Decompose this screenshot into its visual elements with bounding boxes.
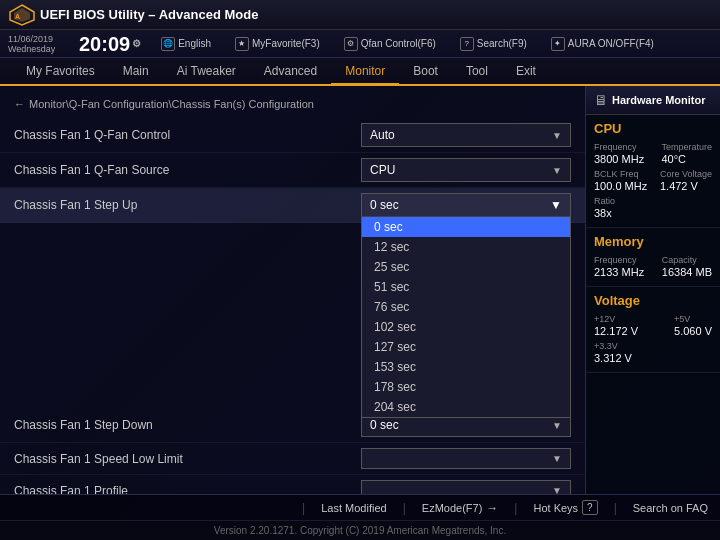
chassis-fan1-qfan-control-value: Auto ▼ bbox=[361, 123, 571, 147]
dropdown-value: CPU bbox=[370, 163, 395, 177]
cpu-corevolt-col: Core Voltage 1.472 V bbox=[660, 169, 712, 192]
option-0sec[interactable]: 0 sec bbox=[362, 217, 570, 237]
chassis-fan1-qfan-source-dropdown[interactable]: CPU ▼ bbox=[361, 158, 571, 182]
cpu-bclk-value: 100.0 MHz bbox=[594, 180, 647, 192]
option-76sec[interactable]: 76 sec bbox=[362, 297, 570, 317]
dropdown-arrow-icon: ▼ bbox=[552, 420, 562, 431]
hotkeys-btn[interactable]: Hot Keys ? bbox=[533, 500, 597, 515]
memory-freq-value: 2133 MHz bbox=[594, 266, 644, 278]
cpu-ratio-row: Ratio 38x bbox=[594, 196, 712, 219]
v5-value: 5.060 V bbox=[674, 325, 712, 337]
voltage-12-5-row: +12V 12.172 V +5V 5.060 V bbox=[594, 314, 712, 337]
cpu-temp-value: 40°C bbox=[661, 153, 712, 165]
nav-boot[interactable]: Boot bbox=[399, 58, 452, 86]
chassis-fan1-profile-dropdown[interactable]: ▼ bbox=[361, 480, 571, 494]
aura-icon: ✦ bbox=[551, 37, 565, 51]
nav-my-favorites[interactable]: My Favorites bbox=[12, 58, 109, 86]
memory-freq-col: Frequency 2133 MHz bbox=[594, 255, 644, 278]
dropdown-open-value: 0 sec bbox=[370, 198, 399, 212]
chassis-fan1-speed-low-dropdown[interactable]: ▼ bbox=[361, 448, 571, 469]
cpu-bclk-label: BCLK Freq bbox=[594, 169, 647, 179]
option-178sec[interactable]: 178 sec bbox=[362, 377, 570, 397]
v5-label: +5V bbox=[674, 314, 712, 324]
nav-advanced[interactable]: Advanced bbox=[250, 58, 331, 86]
chassis-fan1-qfan-source-label: Chassis Fan 1 Q-Fan Source bbox=[14, 163, 361, 177]
datetime-bar: 11/06/2019 Wednesday 20:09 ⚙ 🌐 English ★… bbox=[0, 30, 720, 58]
ezmode-btn[interactable]: EzMode(F7) → bbox=[422, 501, 499, 515]
cpu-bclk-col: BCLK Freq 100.0 MHz bbox=[594, 169, 647, 192]
myfavorites-btn[interactable]: ★ MyFavorite(F3) bbox=[231, 35, 324, 53]
nav-monitor[interactable]: Monitor bbox=[331, 58, 399, 86]
dropdown-arrow-icon: ▼ bbox=[552, 485, 562, 494]
dropdown-value: 0 sec bbox=[370, 418, 399, 432]
aura-btn[interactable]: ✦ AURA ON/OFF(F4) bbox=[547, 35, 658, 53]
footer-bar: Version 2.20.1271. Copyright (C) 2019 Am… bbox=[0, 520, 720, 540]
last-modified-btn[interactable]: Last Modified bbox=[321, 502, 386, 514]
dropdown-open-arrow-icon: ▼ bbox=[550, 198, 562, 212]
qfan-btn[interactable]: ⚙ Qfan Control(F6) bbox=[340, 35, 440, 53]
voltage-33-row: +3.3V 3.312 V bbox=[594, 341, 712, 364]
datetime-area: 11/06/2019 Wednesday bbox=[8, 34, 73, 54]
english-btn[interactable]: 🌐 English bbox=[157, 35, 215, 53]
cpu-temp-label: Temperature bbox=[661, 142, 712, 152]
chassis-fan1-profile-label: Chassis Fan 1 Profile bbox=[14, 484, 361, 495]
back-arrow-icon[interactable]: ← bbox=[14, 98, 25, 110]
hardware-monitor-panel: 🖥 Hardware Monitor CPU Frequency 3800 MH… bbox=[585, 86, 720, 494]
memory-freq-label: Frequency bbox=[594, 255, 644, 265]
memory-cap-value: 16384 MB bbox=[662, 266, 712, 278]
chassis-fan1-step-down-label: Chassis Fan 1 Step Down bbox=[14, 418, 361, 432]
search-faq-btn[interactable]: Search on FAQ bbox=[633, 502, 708, 514]
myfavorites-label: MyFavorite(F3) bbox=[252, 38, 320, 49]
cpu-freq-value: 3800 MHz bbox=[594, 153, 644, 165]
fan-icon: ⚙ bbox=[344, 37, 358, 51]
option-102sec[interactable]: 102 sec bbox=[362, 317, 570, 337]
cpu-freq-temp-row: Frequency 3800 MHz Temperature 40°C bbox=[594, 142, 712, 165]
nav-main[interactable]: Main bbox=[109, 58, 163, 86]
separator4: | bbox=[614, 501, 617, 515]
search-label: Search(F9) bbox=[477, 38, 527, 49]
row-chassis-fan1-qfan-control: Chassis Fan 1 Q-Fan Control Auto ▼ bbox=[0, 118, 585, 153]
cpu-freq-col: Frequency 3800 MHz bbox=[594, 142, 644, 165]
dropdown-arrow-icon: ▼ bbox=[552, 130, 562, 141]
memory-cap-label: Capacity bbox=[662, 255, 712, 265]
option-127sec[interactable]: 127 sec bbox=[362, 337, 570, 357]
v33-value: 3.312 V bbox=[594, 352, 632, 364]
hw-monitor-header: 🖥 Hardware Monitor bbox=[586, 86, 720, 115]
cpu-freq-label: Frequency bbox=[594, 142, 644, 152]
separator2: | bbox=[403, 501, 406, 515]
v12-value: 12.172 V bbox=[594, 325, 638, 337]
dropdown-open-header: 0 sec ▼ bbox=[362, 194, 570, 217]
option-25sec[interactable]: 25 sec bbox=[362, 257, 570, 277]
option-12sec[interactable]: 12 sec bbox=[362, 237, 570, 257]
step-up-dropdown-open[interactable]: 0 sec ▼ 0 sec 12 sec 25 sec 51 sec 76 se… bbox=[361, 193, 571, 418]
breadcrumb: ← Monitor\Q-Fan Configuration\Chassis Fa… bbox=[0, 94, 585, 118]
cpu-section: CPU Frequency 3800 MHz Temperature 40°C … bbox=[586, 115, 720, 228]
last-modified-label: Last Modified bbox=[321, 502, 386, 514]
time-value: 20:09 bbox=[79, 34, 130, 54]
bottom-bar: | Last Modified | EzMode(F7) → | Hot Key… bbox=[0, 494, 720, 520]
ezmode-arrow-icon: → bbox=[486, 501, 498, 515]
option-51sec[interactable]: 51 sec bbox=[362, 277, 570, 297]
separator1: | bbox=[302, 501, 305, 515]
memory-freq-cap-row: Frequency 2133 MHz Capacity 16384 MB bbox=[594, 255, 712, 278]
memory-cap-col: Capacity 16384 MB bbox=[662, 255, 712, 278]
chassis-fan1-qfan-control-dropdown[interactable]: Auto ▼ bbox=[361, 123, 571, 147]
main-panel: ← Monitor\Q-Fan Configuration\Chassis Fa… bbox=[0, 86, 585, 494]
nav-exit[interactable]: Exit bbox=[502, 58, 550, 86]
cpu-temp-col: Temperature 40°C bbox=[661, 142, 712, 165]
nav-ai-tweaker[interactable]: Ai Tweaker bbox=[163, 58, 250, 86]
breadcrumb-text: Monitor\Q-Fan Configuration\Chassis Fan(… bbox=[29, 98, 314, 110]
favorites-icon: ★ bbox=[235, 37, 249, 51]
search-btn[interactable]: ? Search(F9) bbox=[456, 35, 531, 53]
option-153sec[interactable]: 153 sec bbox=[362, 357, 570, 377]
chassis-fan1-qfan-control-label: Chassis Fan 1 Q-Fan Control bbox=[14, 128, 361, 142]
language-icon: 🌐 bbox=[161, 37, 175, 51]
cpu-title: CPU bbox=[594, 121, 712, 136]
nav-tool[interactable]: Tool bbox=[452, 58, 502, 86]
cpu-corevolt-label: Core Voltage bbox=[660, 169, 712, 179]
date-line2: Wednesday bbox=[8, 44, 73, 54]
english-label: English bbox=[178, 38, 211, 49]
monitor-icon: 🖥 bbox=[594, 92, 608, 108]
nav-bar: My Favorites Main Ai Tweaker Advanced Mo… bbox=[0, 58, 720, 86]
option-204sec[interactable]: 204 sec bbox=[362, 397, 570, 417]
